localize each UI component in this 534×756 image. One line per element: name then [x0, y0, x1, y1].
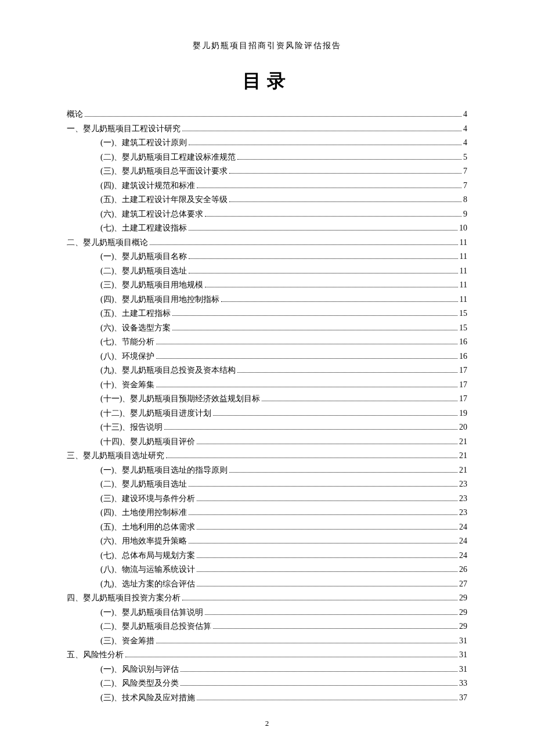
- toc-entry-label: 四、婴儿奶瓶项目投资方案分析: [67, 594, 181, 602]
- toc-entry-label: (三)、技术风险及应对措施: [100, 694, 195, 702]
- toc-entry-label: (四)、土地使用控制标准: [100, 509, 187, 517]
- toc-entry[interactable]: (二)、风险类型及分类33: [67, 679, 467, 687]
- toc-entry-label: (九)、婴儿奶瓶项目总投资及资本结构: [100, 366, 236, 375]
- toc-entry[interactable]: (二)、婴儿奶瓶项目选址23: [67, 480, 467, 488]
- toc-entry[interactable]: (三)、技术风险及应对措施37: [67, 694, 467, 702]
- toc-leader-dots: [229, 472, 457, 473]
- toc-entry-label: (三)、资金筹措: [100, 637, 154, 645]
- toc-leader-dots: [205, 216, 461, 217]
- toc-entry-label: (八)、物流与运输系统设计: [100, 566, 195, 574]
- toc-entry-page: 23: [459, 480, 467, 488]
- toc-entry[interactable]: (一)、建筑工程设计原则4: [67, 139, 467, 147]
- toc-entry[interactable]: (六)、设备选型方案15: [67, 324, 467, 332]
- toc-leader-dots: [182, 600, 457, 600]
- toc-entry[interactable]: (七)、总体布局与规划方案24: [67, 552, 467, 560]
- toc-entry[interactable]: 三、婴儿奶瓶项目选址研究21: [67, 452, 467, 460]
- toc-entry[interactable]: (十二)、婴儿奶瓶项目进度计划19: [67, 409, 467, 417]
- toc-entry[interactable]: 五、风险性分析31: [67, 651, 467, 659]
- toc-entry[interactable]: (十)、资金筹集17: [67, 381, 467, 389]
- toc-entry[interactable]: 一、婴儿奶瓶项目工程设计研究4: [67, 125, 467, 133]
- toc-entry[interactable]: (四)、建筑设计规范和标准7: [67, 182, 467, 190]
- toc-leader-dots: [181, 685, 457, 686]
- toc-entry-label: (一)、建筑工程设计原则: [100, 139, 187, 147]
- toc-entry[interactable]: (三)、建设环境与条件分析23: [67, 495, 467, 503]
- toc-entry[interactable]: (一)、风险识别与评估31: [67, 665, 467, 674]
- toc-entry-page: 24: [459, 523, 467, 531]
- toc-entry[interactable]: (七)、节能分析16: [67, 338, 467, 346]
- toc-leader-dots: [197, 188, 461, 188]
- toc-title: 目录: [67, 69, 467, 94]
- toc-entry-label: (二)、婴儿奶瓶项目工程建设标准规范: [100, 153, 236, 161]
- toc-leader-dots: [197, 700, 457, 700]
- toc-entry-label: (二)、婴儿奶瓶项目总投资估算: [100, 622, 211, 631]
- toc-entry[interactable]: (五)、土地利用的总体需求24: [67, 523, 467, 531]
- toc-entry[interactable]: (七)、土建工程建设指标10: [67, 224, 467, 232]
- toc-entry-page: 29: [459, 594, 467, 602]
- toc-entry[interactable]: (五)、土建工程设计年限及安全等级8: [67, 196, 467, 204]
- toc-entry-label: (三)、婴儿奶瓶项目总平面设计要求: [100, 167, 228, 175]
- toc-entry-page: 23: [459, 509, 467, 517]
- toc-entry[interactable]: (九)、婴儿奶瓶项目总投资及资本结构17: [67, 366, 467, 375]
- toc-entry-page: 17: [459, 395, 467, 403]
- toc-leader-dots: [156, 358, 457, 359]
- toc-entry-label: (七)、总体布局与规划方案: [100, 552, 195, 560]
- toc-leader-dots: [189, 145, 461, 145]
- toc-entry-label: 三、婴儿奶瓶项目选址研究: [67, 452, 164, 460]
- toc-entry[interactable]: (三)、资金筹措31: [67, 637, 467, 645]
- toc-entry-page: 5: [463, 153, 467, 161]
- toc-entry[interactable]: (六)、建筑工程设计总体要求9: [67, 210, 467, 218]
- toc-entry-page: 19: [459, 409, 467, 417]
- toc-leader-dots: [221, 301, 457, 302]
- toc-leader-dots: [172, 315, 457, 316]
- toc-entry-page: 9: [463, 210, 467, 218]
- toc-entry-page: 21: [459, 438, 467, 446]
- toc-entry[interactable]: 概论4: [67, 110, 467, 118]
- toc-entry-label: (七)、节能分析: [100, 338, 154, 346]
- toc-entry[interactable]: (二)、婴儿奶瓶项目工程建设标准规范5: [67, 153, 467, 161]
- toc-leader-dots: [197, 586, 457, 586]
- toc-entry[interactable]: (三)、婴儿奶瓶项目用地规模11: [67, 281, 467, 289]
- toc-entry-label: (一)、婴儿奶瓶项目名称: [100, 253, 187, 261]
- toc-leader-dots: [156, 344, 457, 344]
- toc-entry[interactable]: (八)、环境保护16: [67, 352, 467, 361]
- toc-entry-label: (六)、建筑工程设计总体要求: [100, 210, 203, 218]
- toc-leader-dots: [182, 131, 461, 131]
- toc-entry[interactable]: (一)、婴儿奶瓶项目选址的指导原则21: [67, 466, 467, 474]
- toc-entry-page: 4: [463, 110, 467, 118]
- toc-entry-label: (七)、土建工程建设指标: [100, 224, 187, 232]
- toc-leader-dots: [205, 287, 457, 287]
- toc-leader-dots: [166, 458, 457, 458]
- toc-entry-label: (十一)、婴儿奶瓶项目预期经济效益规划目标: [100, 395, 260, 403]
- toc-entry-page: 29: [459, 609, 467, 617]
- toc-leader-dots: [197, 557, 457, 558]
- toc-entry-label: (五)、土建工程指标: [100, 309, 171, 318]
- toc-entry[interactable]: 四、婴儿奶瓶项目投资方案分析29: [67, 594, 467, 602]
- toc-entry[interactable]: (三)、婴儿奶瓶项目总平面设计要求7: [67, 167, 467, 175]
- toc-entry-label: (一)、风险识别与评估: [100, 665, 179, 674]
- toc-entry[interactable]: (五)、土建工程指标15: [67, 309, 467, 318]
- toc-entry[interactable]: (九)、选址方案的综合评估27: [67, 580, 467, 588]
- toc-leader-dots: [237, 159, 461, 160]
- toc-leader-dots: [156, 643, 457, 643]
- toc-entry-page: 21: [459, 466, 467, 474]
- toc-entry[interactable]: (四)、婴儿奶瓶项目用地控制指标11: [67, 296, 467, 304]
- page-number: 2: [0, 719, 534, 728]
- toc-entry[interactable]: (四)、土地使用控制标准23: [67, 509, 467, 517]
- document-header: 婴儿奶瓶项目招商引资风险评估报告: [67, 41, 467, 51]
- toc-entry[interactable]: (八)、物流与运输系统设计26: [67, 566, 467, 574]
- toc-leader-dots: [205, 614, 457, 615]
- toc-entry-page: 11: [460, 281, 467, 289]
- toc-entry[interactable]: 二、婴儿奶瓶项目概论11: [67, 239, 467, 247]
- toc-entry[interactable]: (二)、婴儿奶瓶项目总投资估算29: [67, 622, 467, 631]
- toc-entry[interactable]: (六)、用地效率提升策略24: [67, 537, 467, 545]
- toc-entry[interactable]: (一)、婴儿奶瓶项目估算说明29: [67, 609, 467, 617]
- toc-entry-label: (十二)、婴儿奶瓶项目进度计划: [100, 409, 211, 417]
- toc-entry[interactable]: (十一)、婴儿奶瓶项目预期经济效益规划目标17: [67, 395, 467, 403]
- toc-entry-page: 37: [459, 694, 467, 702]
- toc-entry[interactable]: (二)、婴儿奶瓶项目选址11: [67, 267, 467, 275]
- toc-entry[interactable]: (十三)、报告说明20: [67, 423, 467, 431]
- toc-entry[interactable]: (十四)、婴儿奶瓶项目评价21: [67, 438, 467, 446]
- toc-leader-dots: [229, 173, 461, 174]
- toc-entry[interactable]: (一)、婴儿奶瓶项目名称11: [67, 253, 467, 261]
- toc-entry-label: (二)、婴儿奶瓶项目选址: [100, 480, 187, 488]
